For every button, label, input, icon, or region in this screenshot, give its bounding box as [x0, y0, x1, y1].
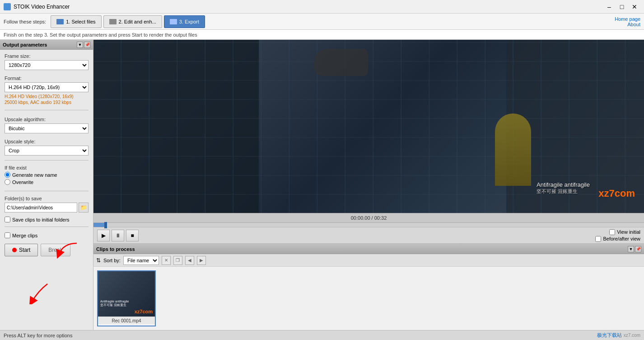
- right-panel: Antifragile antifragile 坚不可摧 混账重生 xz7com…: [93, 40, 644, 330]
- app-title: STOIK Video Enhancer: [14, 4, 70, 10]
- clips-pin-btn[interactable]: 📌: [635, 246, 641, 252]
- timeline-thumb[interactable]: [104, 222, 107, 228]
- merge-clips-label: Merge clips: [12, 233, 37, 238]
- panel-controls: ▼ 📌: [77, 42, 90, 48]
- format-section: Format: H.264 HD (720p, 16x9) H.264 HD V…: [0, 72, 93, 107]
- ifexist-section: If file exist Generate new name Overwrit…: [0, 163, 93, 188]
- view-initial-label: View initial: [617, 229, 640, 235]
- minimize-button[interactable]: –: [603, 2, 615, 11]
- format-label: Format:: [5, 76, 89, 81]
- clip-thumb-text: Antifragile antifragile坚不可摧 混账重生: [100, 300, 129, 307]
- video-frame: Antifragile antifragile 坚不可摧 混账重生 xz7com: [93, 40, 644, 213]
- clips-panel: Clips to process ▼ 📌 ⇅ Sort by: File nam…: [93, 244, 644, 330]
- output-params-title: Output parameters: [3, 42, 47, 47]
- clips-collapse-btn[interactable]: ▼: [628, 246, 634, 252]
- step1-icon: [56, 19, 64, 24]
- homepage-link[interactable]: Home page: [615, 16, 640, 22]
- divider-3: [5, 191, 89, 191]
- radio-overwrite-input[interactable]: [5, 179, 10, 185]
- view-initial-checkbox[interactable]: [609, 229, 615, 235]
- before-after-label: Before/after view: [603, 236, 640, 241]
- clips-header-controls: ▼ 📌: [628, 246, 641, 252]
- video-watermark: xz7com: [598, 188, 635, 199]
- save-clips-row[interactable]: Save clips to initial folders: [0, 215, 93, 224]
- play-button[interactable]: ▶: [97, 230, 110, 241]
- step-bar: Follow these steps: 1. Select files 2. E…: [0, 14, 644, 30]
- merge-clips-row[interactable]: Merge clips: [0, 230, 93, 241]
- start-icon: [12, 248, 17, 252]
- top-links: Home page About: [615, 16, 640, 27]
- step3-icon: [170, 19, 177, 24]
- clips-move-left-btn[interactable]: ◀: [185, 256, 194, 265]
- before-after-checkbox[interactable]: [595, 236, 601, 242]
- clips-move-right-btn[interactable]: ▶: [197, 256, 206, 265]
- radio-newname-label: Generate new name: [12, 172, 57, 178]
- step3-button[interactable]: 3. Export: [164, 15, 205, 28]
- playback-view-options: View initial Before/after view: [595, 229, 640, 242]
- stop-button[interactable]: ■: [126, 230, 139, 241]
- playback-buttons: ▶ ⏸ ■: [97, 230, 139, 241]
- timeline-progress[interactable]: [93, 223, 644, 227]
- radio-newname-input[interactable]: [5, 172, 10, 178]
- radio-overwrite-item[interactable]: Overwrite: [5, 179, 89, 185]
- maximize-button[interactable]: □: [616, 2, 628, 11]
- watermark-logo: 极光下载站 xz7.com: [597, 332, 640, 339]
- folder-section: Folder(s) to save 📁: [0, 194, 93, 215]
- title-bar: STOIK Video Enhancer – □ ✕: [0, 0, 644, 14]
- clip-item[interactable]: Antifragile antifragile坚不可摧 混账重生 xz7com …: [97, 270, 156, 326]
- framesize-select[interactable]: 1280x720: [5, 60, 89, 70]
- pause-button[interactable]: ⏸: [112, 230, 124, 241]
- divider-4: [5, 227, 89, 227]
- upscale-style-section: Upscale style: Crop: [0, 135, 93, 157]
- save-clips-label: Save clips to initial folders: [12, 217, 70, 222]
- save-clips-checkbox[interactable]: [5, 217, 10, 222]
- upscale-style-select[interactable]: Crop: [5, 146, 89, 156]
- title-bar-controls: – □ ✕: [603, 2, 640, 11]
- panel-pin-btn[interactable]: 📌: [84, 42, 90, 48]
- clips-copy-btn[interactable]: ❐: [173, 256, 182, 265]
- clip-thumbnail: Antifragile antifragile坚不可摧 混账重生 xz7com: [98, 271, 155, 316]
- upscale-algo-label: Upscale algorithm:: [5, 117, 89, 122]
- start-button[interactable]: Start: [5, 244, 38, 256]
- clips-toolbar: ⇅ Sort by: File name ✕ ❐ ◀ ▶: [93, 254, 644, 267]
- timecode: 00:00.00 / 00:32: [351, 215, 387, 221]
- video-overlay: Antifragile antifragile 坚不可摧 混账重生: [537, 181, 590, 195]
- merge-clips-checkbox[interactable]: [5, 232, 10, 238]
- step1-button[interactable]: 1. Select files: [51, 15, 101, 28]
- status-message: Press ALT key for more options: [4, 333, 72, 338]
- main-layout: Output parameters ▼ 📌 Frame size: 1280x7…: [0, 40, 644, 330]
- sort-select[interactable]: File name: [123, 256, 159, 265]
- folder-browse-btn[interactable]: 📁: [79, 203, 89, 212]
- break-button[interactable]: Break: [41, 244, 70, 256]
- overlay-line2: 坚不可摧 混账重生: [537, 188, 590, 195]
- about-link[interactable]: About: [627, 22, 640, 27]
- info-message: Finish on the step 3. Set the output par…: [4, 32, 197, 38]
- start-label: Start: [19, 247, 30, 253]
- view-initial-row[interactable]: View initial: [609, 229, 640, 235]
- before-after-row[interactable]: Before/after view: [595, 236, 640, 242]
- step2-label: 2. Edit and enh...: [119, 19, 156, 24]
- step1-label: 1. Select files: [66, 19, 95, 24]
- upscale-style-label: Upscale style:: [5, 139, 89, 144]
- step3-label: 3. Export: [179, 19, 199, 24]
- ifexist-label: If file exist: [5, 165, 89, 170]
- framesize-label: Frame size:: [5, 53, 89, 59]
- clips-header: Clips to process ▼ 📌: [93, 244, 644, 254]
- clips-content: Antifragile antifragile坚不可摧 混账重生 xz7com …: [93, 267, 644, 330]
- panel-collapse-btn[interactable]: ▼: [77, 42, 83, 48]
- clips-delete-btn[interactable]: ✕: [162, 256, 171, 265]
- status-bar: Press ALT key for more options 极光下载站 xz7…: [0, 330, 644, 340]
- info-bar: Finish on the step 3. Set the output par…: [0, 30, 644, 40]
- radio-newname-item[interactable]: Generate new name: [5, 172, 89, 178]
- timeline-fill: [93, 223, 104, 227]
- sort-by-icon: ⇅: [96, 257, 101, 264]
- output-params-header: Output parameters ▼ 📌: [0, 40, 93, 50]
- step2-button[interactable]: 2. Edit and enh...: [103, 15, 162, 28]
- format-select[interactable]: H.264 HD (720p, 16x9): [5, 82, 89, 92]
- upscale-algo-select[interactable]: Bicubic: [5, 123, 89, 133]
- step2-icon: [109, 19, 117, 24]
- clip-watermark: xz7com: [135, 309, 153, 314]
- close-button[interactable]: ✕: [629, 2, 640, 11]
- title-bar-left: STOIK Video Enhancer: [4, 3, 70, 10]
- folder-input[interactable]: [5, 203, 77, 212]
